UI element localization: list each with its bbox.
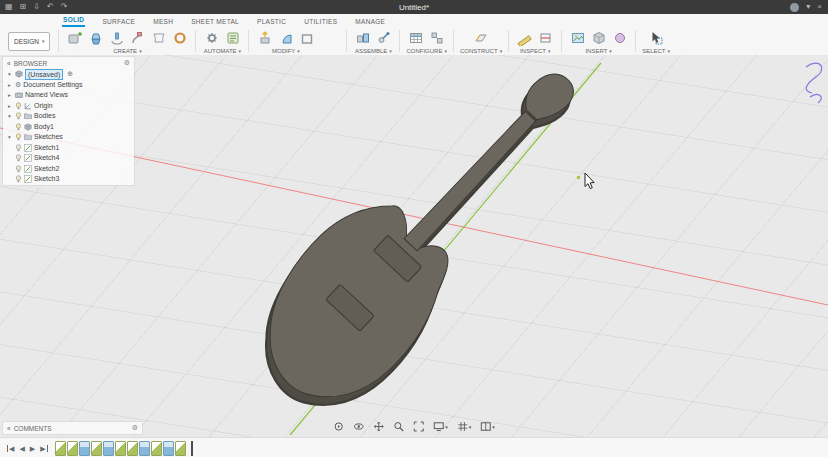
browser-item-root[interactable]: ▾ (Unsaved) ⊕	[3, 69, 134, 80]
pan-button[interactable]	[373, 421, 384, 432]
construct-plane-button[interactable]	[472, 28, 491, 47]
undo-icon[interactable]: ↶	[47, 0, 54, 14]
comments-panel[interactable]: « COMMENTS ⚙	[3, 422, 142, 434]
look-at-button[interactable]	[353, 421, 364, 432]
tab-manage[interactable]: MANAGE	[354, 18, 386, 27]
tab-surface[interactable]: SURFACE	[101, 18, 136, 27]
tab-plastic[interactable]: PLASTIC	[256, 18, 287, 27]
insert-canvas-button[interactable]	[568, 28, 587, 47]
go-to-beginning-button[interactable]: ◀	[7, 445, 14, 452]
visibility-bulb-icon[interactable]	[15, 112, 22, 120]
sweep-button[interactable]	[128, 28, 147, 47]
fillet-button[interactable]	[276, 28, 295, 47]
browser-item-named-views[interactable]: ▸ Named Views	[3, 90, 134, 101]
revolve-button[interactable]	[107, 28, 126, 47]
redo-icon[interactable]: ↷	[61, 0, 68, 14]
browser-item-document-settings[interactable]: ▸ ⚙ Document Settings	[3, 80, 134, 91]
select-menu[interactable]: SELECT▾	[642, 48, 670, 54]
hole-button[interactable]	[170, 28, 189, 47]
tab-utilities[interactable]: UTILITIES	[303, 18, 338, 27]
assemble-menu[interactable]: ASSEMBLE▾	[355, 48, 392, 54]
expander-closed-icon[interactable]: ▸	[6, 82, 13, 88]
measure-button[interactable]	[515, 28, 534, 47]
timeline-feature[interactable]	[115, 441, 126, 456]
gear-icon[interactable]: ⚙	[124, 59, 130, 67]
avatar[interactable]	[790, 3, 799, 12]
create-menu[interactable]: CREATE▾	[113, 48, 141, 54]
visibility-bulb-icon[interactable]	[15, 102, 22, 110]
joint-button[interactable]	[374, 28, 393, 47]
new-assembly-button[interactable]	[353, 28, 372, 47]
expander-open-icon[interactable]: ▾	[6, 113, 13, 119]
visibility-bulb-icon[interactable]	[15, 123, 22, 131]
timeline-position-marker[interactable]	[191, 441, 193, 456]
close-icon[interactable]: ×	[817, 0, 822, 14]
chevron-down-icon[interactable]: ▾	[806, 0, 810, 14]
visibility-bulb-icon[interactable]	[15, 144, 22, 152]
configuration-table-button[interactable]	[407, 28, 426, 47]
insert-mesh-button[interactable]	[589, 28, 608, 47]
configure-variants-button[interactable]	[428, 28, 447, 47]
add-icon[interactable]: ⊕	[67, 70, 73, 78]
timeline-feature[interactable]	[175, 441, 186, 456]
visibility-bulb-icon[interactable]	[15, 165, 22, 173]
expander-closed-icon[interactable]: ▸	[6, 103, 13, 109]
viewports-button[interactable]: ▾	[480, 421, 495, 432]
root-component-label[interactable]: (Unsaved)	[25, 69, 63, 80]
timeline-feature[interactable]	[91, 441, 102, 456]
fit-view-button[interactable]	[413, 421, 424, 432]
browser-panel-header[interactable]: « BROWSER ⚙	[3, 57, 134, 69]
timeline-feature[interactable]	[67, 441, 78, 456]
timeline-feature[interactable]	[151, 441, 162, 456]
configure-menu[interactable]: CONFIGURE▾	[406, 48, 447, 54]
timeline-feature[interactable]	[79, 441, 90, 456]
timeline-feature[interactable]	[127, 441, 138, 456]
play-button[interactable]: ▶	[30, 445, 35, 452]
browser-item-sketch1[interactable]: Sketch1	[3, 143, 134, 154]
timeline-feature[interactable]	[163, 441, 174, 456]
go-to-end-button[interactable]: ▶	[40, 445, 47, 452]
section-analysis-button[interactable]	[536, 28, 555, 47]
display-settings-button[interactable]: ▾	[433, 421, 448, 432]
browser-item-sketch4[interactable]: Sketch4	[3, 153, 134, 164]
new-component-button[interactable]	[65, 28, 84, 47]
orbit-button[interactable]	[333, 421, 344, 432]
design-workspace-button[interactable]: DESIGN ▾	[8, 32, 50, 51]
inspect-menu[interactable]: INSPECT▾	[520, 48, 551, 54]
collapse-panel-icon[interactable]: «	[7, 60, 11, 67]
tab-solid[interactable]: SOLID	[62, 16, 85, 27]
model-viewport[interactable]: « BROWSER ⚙ ▾ (Unsaved) ⊕ ▸ ⚙ Document S…	[0, 55, 828, 437]
grid-snap-button[interactable]: ▾	[457, 421, 472, 432]
expander-closed-icon[interactable]: ▸	[6, 92, 13, 98]
timeline-feature[interactable]	[139, 441, 150, 456]
visibility-bulb-icon[interactable]	[15, 175, 22, 183]
select-tool-button[interactable]	[647, 28, 666, 47]
browser-item-body1[interactable]: Body1	[3, 122, 134, 133]
browser-item-sketch2[interactable]: Sketch2	[3, 164, 134, 175]
timeline-feature[interactable]	[55, 441, 66, 456]
new-file-icon[interactable]: ⊞	[20, 0, 27, 14]
browser-item-sketch3[interactable]: Sketch3	[3, 174, 134, 185]
extrude-button[interactable]	[86, 28, 105, 47]
tab-mesh[interactable]: MESH	[152, 18, 174, 27]
automate-menu[interactable]: AUTOMATE▾	[204, 48, 241, 54]
browser-item-bodies[interactable]: ▾ Bodies	[3, 111, 134, 122]
insert-menu[interactable]: INSERT▾	[585, 48, 611, 54]
step-back-button[interactable]: ◀	[19, 445, 24, 452]
browser-item-origin[interactable]: ▸ Origin	[3, 101, 134, 112]
tab-sheet-metal[interactable]: SHEET METAL	[190, 18, 240, 27]
visibility-bulb-icon[interactable]	[15, 133, 22, 141]
timeline-feature[interactable]	[103, 441, 114, 456]
press-pull-button[interactable]	[255, 28, 274, 47]
guitar-body-model[interactable]	[226, 55, 619, 436]
apps-grid-icon[interactable]: ▦	[5, 0, 13, 14]
construct-menu[interactable]: CONSTRUCT▾	[460, 48, 502, 54]
save-icon[interactable]: ⇩	[33, 0, 40, 14]
insert-decal-button[interactable]	[610, 28, 629, 47]
automate-script-button[interactable]	[223, 28, 242, 47]
automate-gear-button[interactable]	[202, 28, 221, 47]
visibility-bulb-icon[interactable]	[15, 154, 22, 162]
loft-button[interactable]	[149, 28, 168, 47]
shell-button[interactable]	[297, 28, 316, 47]
gear-icon[interactable]: ⚙	[132, 424, 138, 432]
